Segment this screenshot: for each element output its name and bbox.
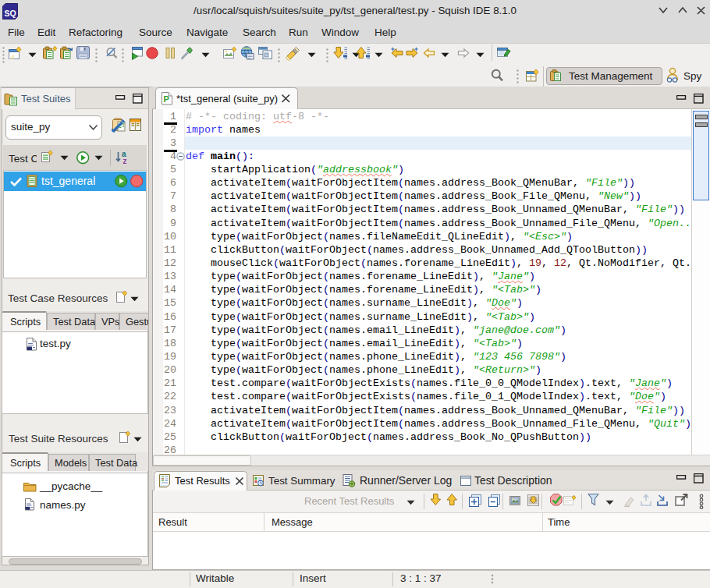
svg-text:SQ: SQ xyxy=(5,9,16,18)
svg-text:P: P xyxy=(164,94,169,104)
svg-text:z: z xyxy=(123,157,127,165)
